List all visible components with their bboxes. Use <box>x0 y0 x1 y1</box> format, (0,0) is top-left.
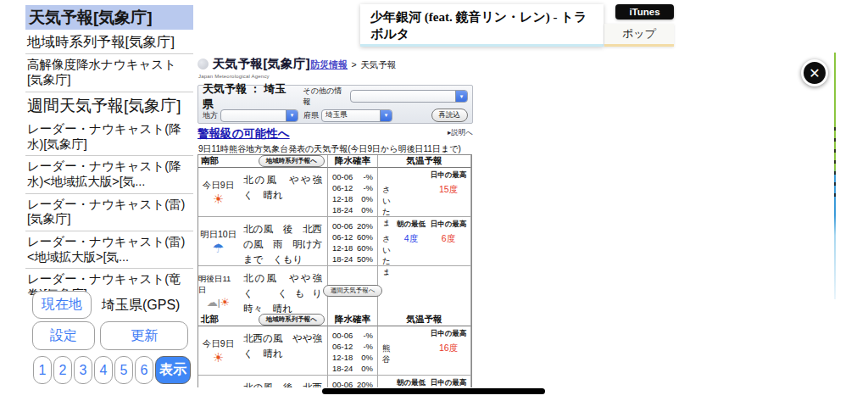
page-title-overlay: 天気予報[気象庁] <box>212 57 310 70</box>
chevron-down-icon: ▼ <box>380 110 392 121</box>
sidebar-item-tenki-yohou[interactable]: 天気予報[気象庁] <box>25 5 193 30</box>
forecast-text-cell: 北西の風 やや強く 晴れ <box>238 326 328 376</box>
prefecture-value: 埼玉県 <box>322 110 380 120</box>
forecast-text-cell: 北の風 やや強く くもり 時々 晴れ <box>238 266 328 315</box>
temp-cell: 朝の最低日中の最高 <box>378 376 471 387</box>
temp-cell: 朝の最低日中の最高 さいたま4度6度 <box>378 217 471 266</box>
page-button-4[interactable]: 4 <box>94 356 113 384</box>
settings-button[interactable]: 設定 <box>32 321 95 350</box>
reload-button[interactable]: 再読込 <box>431 109 469 122</box>
precip-prob-cell: 00-06-% 06-12-% 12-180% 18-240% <box>328 168 378 217</box>
precip-prob-cell: 00-06-% 06-12-% 12-180% 18-240% <box>328 326 378 376</box>
page-edge-strip-dashes <box>834 127 836 203</box>
forecast-table-south: 南部 地域時系列予報へ 降水確率 気温予報 今日9日 ☀ 北の風 やや強く 晴れ… <box>198 154 472 316</box>
precip-prob-header: 降水確率 <box>328 155 378 168</box>
jma-logo-icon <box>198 58 209 70</box>
precip-prob-cell: 00-0620% 06-1260% 12-1860% 18-2450% <box>328 217 378 266</box>
temp-cell: 日中の最高 さいたま15度 <box>378 168 471 217</box>
agency-english-name: Japan Meteorological Agency <box>198 74 270 79</box>
forecast-announcement: 9日11時熊谷地方気象台発表の天気予報(今日9日から明後日11日まで) <box>198 143 461 155</box>
genre-tag: ポップ <box>604 24 674 47</box>
region-label: 地方 <box>203 110 218 121</box>
close-icon: ✕ <box>809 65 820 81</box>
other-info-select[interactable]: ▼ <box>350 90 468 103</box>
forecast-table-north: 北部 地域時系列予報へ 降水確率 気温予報 今日9日 ☀ 北西の風 やや強く 晴… <box>198 314 472 387</box>
breadcrumb-current: 天気予報 <box>360 59 396 70</box>
day-cell: 明日10日 ☂ <box>198 217 238 266</box>
sidebar-item-shuukan-tenki[interactable]: 週間天気予報[気象庁] <box>25 92 193 119</box>
current-location-button[interactable]: 現在地 <box>32 291 92 319</box>
day-cell: 今日9日 ☀ <box>198 326 238 376</box>
sidebar-item-radar-kaminari-kakudai[interactable]: レーダー・ナウキャスト(雷)<地域拡大版>[気... <box>25 231 193 269</box>
region-select[interactable]: ▼ <box>220 109 298 122</box>
page-button-3[interactable]: 3 <box>74 356 92 384</box>
page-button-6[interactable]: 6 <box>135 356 153 384</box>
forecast-text-cell: 北の風 後 北西の風 雨 明け方 まで くもり <box>238 217 328 266</box>
bousai-info-link[interactable]: 防災情報 <box>310 59 348 70</box>
temp-cell <box>378 266 471 315</box>
precip-prob-cell: 週間天気予報へ <box>328 266 378 315</box>
page-button-5[interactable]: 5 <box>114 356 133 384</box>
close-button[interactable]: ✕ <box>801 59 828 86</box>
prefecture-select[interactable]: 埼玉県 ▼ <box>321 109 392 122</box>
webpage-header: 天気予報[気象庁]防災情報 > 天気予報 <box>198 56 473 73</box>
umbrella-icon: ☂ <box>213 242 224 254</box>
sun-icon: ☀ <box>213 351 224 364</box>
cloud-icon: ☁ <box>207 296 218 309</box>
warning-level-link[interactable]: 警報級の可能性へ <box>198 127 290 140</box>
region-header: 北部 <box>201 314 219 326</box>
prefecture-label: 府県 <box>303 110 319 121</box>
chevron-down-icon: ▼ <box>286 110 298 121</box>
show-button[interactable]: 表示 <box>155 356 191 384</box>
other-info-label: その他の情報 <box>303 86 347 108</box>
timeseries-button[interactable]: 地域時系列予報へ <box>259 155 325 167</box>
app-window: 天気予報[気象庁] 地域時系列予報[気象庁] 高解像度降水ナウキャスト[気象庁]… <box>0 0 868 401</box>
forecast-control-panel: 天気予報 ： 埼玉県 その他の情報 ▼ 地方 ▼ 府県 埼玉県 ▼ <box>198 85 473 124</box>
day-cell <box>198 376 238 387</box>
itunes-badge: iTunes <box>615 4 674 19</box>
precip-prob-cell: 00-0620% <box>328 376 378 387</box>
day-cell: 明後日11日 ☁|☀ <box>198 266 238 315</box>
weekly-forecast-button[interactable]: 週間天気予報へ <box>323 285 383 297</box>
timeseries-button[interactable]: 地域時系列予報へ <box>259 314 325 326</box>
temp-forecast-header: 気温予報 <box>378 155 471 168</box>
precip-prob-header: 降水確率 <box>328 314 378 326</box>
home-indicator[interactable] <box>322 388 545 394</box>
chevron-down-icon: ▼ <box>455 91 467 102</box>
sidebar-item-radar-kousui-kakudai[interactable]: レーダー・ナウキャスト(降水)<地域拡大版>[気... <box>25 156 193 193</box>
warning-row: 警報級の可能性へ ▸説明へ <box>198 125 473 141</box>
forecast-region-title: 天気予報 ： 埼玉県 <box>203 81 292 112</box>
sidebar-item-koukaizoudo-nowcast[interactable]: 高解像度降水ナウキャスト[気象庁] <box>25 54 193 92</box>
temp-cell: 日中の最高 熊谷16度 <box>378 326 471 376</box>
sun-icon: ☀ <box>213 192 224 205</box>
gps-location-value: 埼玉県(GPS) <box>102 297 180 315</box>
song-title: 少年銀河 (feat. 鏡音リン・レン) - トラボルタ <box>370 10 587 41</box>
region-header: 南部 <box>201 155 219 167</box>
forecast-text-cell: 北の風 後 北西の <box>238 376 328 387</box>
sidebar-item-chiiki-jikeiretsu[interactable]: 地域時系列予報[気象庁] <box>25 30 193 54</box>
sun-icon: ☀ <box>220 296 231 309</box>
temp-forecast-header: 気温予報 <box>378 314 471 326</box>
forecast-text-cell: 北の風 やや強く 晴れ <box>238 168 328 217</box>
breadcrumb-separator: > <box>352 59 357 70</box>
jma-webview: 天気予報[気象庁]防災情報 > 天気予報 Japan Meteorologica… <box>198 53 554 387</box>
now-playing-banner[interactable]: 少年銀河 (feat. 鏡音リン・レン) - トラボルタ <box>360 4 604 47</box>
day-cell: 今日9日 ☀ <box>198 168 238 217</box>
sidebar-item-radar-kousui[interactable]: レーダー・ナウキャスト(降水)[気象庁] <box>25 119 193 156</box>
forecast-menu-list: 天気予報[気象庁] 地域時系列予報[気象庁] 高解像度降水ナウキャスト[気象庁]… <box>25 5 193 295</box>
refresh-button[interactable]: 更新 <box>100 321 188 350</box>
page-button-1[interactable]: 1 <box>33 356 52 384</box>
page-button-2[interactable]: 2 <box>53 356 72 384</box>
explain-link[interactable]: ▸説明へ <box>448 128 473 138</box>
sidebar-item-radar-kaminari[interactable]: レーダー・ナウキャスト(雷)[気象庁] <box>25 194 193 231</box>
